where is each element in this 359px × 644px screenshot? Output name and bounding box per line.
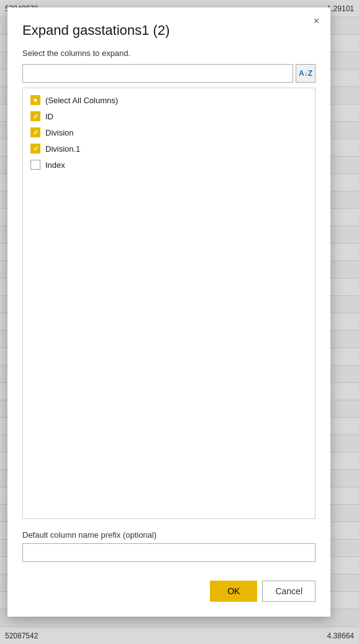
column-item-id[interactable]: ID [23,108,315,124]
search-input[interactable] [22,64,293,83]
cancel-button[interactable]: Cancel [262,581,316,602]
dialog-title: Expand gasstations1 (2) [22,22,316,39]
dialog-buttons: OK Cancel [22,581,316,602]
close-button[interactable]: × [310,14,323,29]
prefix-label: Default column name prefix (optional) [22,530,316,540]
checkbox-select-all [30,95,40,105]
sort-button[interactable]: A↓Z [296,64,316,83]
column-label-division: Division [45,128,74,137]
expand-dialog: × Expand gasstations1 (2) Select the col… [7,7,330,617]
column-label-select-all: (Select All Columns) [45,96,118,105]
dialog-subtitle: Select the columns to expand. [22,48,316,58]
column-item-index[interactable]: Index [23,157,315,173]
checkbox-division1 [30,144,40,154]
checkbox-id [30,111,40,121]
column-label-index: Index [45,160,65,170]
column-item-division[interactable]: Division [23,124,315,140]
columns-list: (Select All Columns) ID Division Divisio… [22,88,316,519]
dialog-overlay: × Expand gasstations1 (2) Select the col… [0,0,359,644]
ok-button[interactable]: OK [210,581,257,602]
column-item-select-all[interactable]: (Select All Columns) [23,92,315,108]
search-row: A↓Z [22,64,316,83]
prefix-section: Default column name prefix (optional) [22,530,316,562]
checkbox-division [30,127,40,137]
column-label-division1: Division.1 [45,144,80,154]
prefix-input[interactable] [22,543,316,562]
column-label-id: ID [45,112,53,121]
checkbox-index [30,160,40,170]
sort-icon: A↓Z [299,69,312,78]
column-item-division1[interactable]: Division.1 [23,140,315,157]
